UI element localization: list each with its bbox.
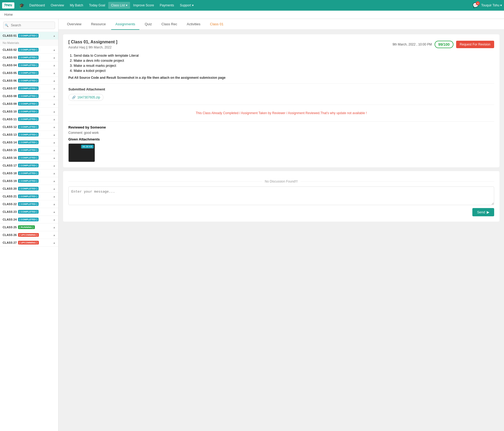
topnav-nav: DashboardOverviewMy BatchToday GoalClass… <box>27 2 473 9</box>
sidebar-item-class06[interactable]: CLASS 06 ( COMPLETED ) ▲ <box>0 77 58 85</box>
class-label: CLASS 11 <box>3 118 17 121</box>
class-item-left: CLASS 15 ( COMPLETED ) <box>3 148 39 152</box>
class-label: CLASS 05 <box>3 71 17 74</box>
class-label: CLASS 24 <box>3 218 17 221</box>
tab-classrec[interactable]: Class Rec <box>157 19 181 30</box>
sidebar-item-class19[interactable]: CLASS 19 ( COMPLETED ) ▲ <box>0 177 58 185</box>
sidebar-item-class04[interactable]: CLASS 04 ( COMPLETED ) ▲ <box>0 61 58 69</box>
sidebar-item-class27[interactable]: CLASS 27 ( UPCOMMING ) ▲ <box>0 239 58 247</box>
sidebar-classes-list: CLASS 01 ( COMPLETED ) ▲ No Materials CL… <box>0 32 58 247</box>
message-input[interactable] <box>68 187 494 205</box>
send-button[interactable]: Send ▶ <box>472 208 494 216</box>
assignment-datetime: 9th March, 2022 , 10:00 PM <box>393 43 432 46</box>
sidebar-item-class08[interactable]: CLASS 08 ( COMPLETED ) ▲ <box>0 92 58 100</box>
sidebar-item-class14[interactable]: CLASS 14 ( COMPLETED ) ▲ <box>0 139 58 146</box>
class-item-left: CLASS 22 ( COMPLETED ) <box>3 202 39 206</box>
class-status-badge: ( COMPLETED ) <box>18 125 39 129</box>
sidebar-item-class09[interactable]: CLASS 09 ( COMPLETED ) ▲ <box>0 100 58 108</box>
class-status-badge: ( COMPLETED ) <box>18 156 39 160</box>
class-status-badge: ( COMPLETED ) <box>18 94 39 98</box>
class-status-badge: ( COMPLETED ) <box>18 71 39 75</box>
task-item: Send data to Console with template Liter… <box>74 53 494 57</box>
topnav-item-todaygoal[interactable]: Today Goal <box>86 2 108 9</box>
class-status-badge: ( COMPLETED ) <box>18 210 39 214</box>
main-content: OverviewResourceAssignmentsQuizClass Rec… <box>59 19 504 431</box>
sidebar-item-class22[interactable]: CLASS 22 ( COMPLETED ) ▲ <box>0 200 58 208</box>
sidebar-item-class10[interactable]: CLASS 10 ( COMPLETED ) ▲ <box>0 108 58 115</box>
topnav-item-mybatch[interactable]: My Batch <box>67 2 86 9</box>
class-item-left: CLASS 24 ( COMPLETED ) <box>3 218 39 221</box>
class-label: CLASS 13 <box>3 133 17 136</box>
no-materials-label: No Materials <box>0 40 58 46</box>
topnav-item-classlist[interactable]: Class List ▾ <box>108 2 130 9</box>
sidebar-item-class11[interactable]: CLASS 11 ( COMPLETED ) ▲ <box>0 115 58 123</box>
reviewed-section: Reviewed by Someone Comment: good work G… <box>68 125 494 162</box>
sidebar-item-class02[interactable]: CLASS 02 ( COMPLETED ) ▲ <box>0 46 58 54</box>
request-revision-button[interactable]: Request For Revision <box>456 41 494 48</box>
tab-assignments[interactable]: Assignments <box>111 19 139 30</box>
chevron-icon: ▲ <box>53 210 56 213</box>
sidebar: CLASS 01 ( COMPLETED ) ▲ No Materials CL… <box>0 19 59 431</box>
class-label: CLASS 17 <box>3 164 17 167</box>
user-menu-button[interactable]: Touquir Tohu ▾ <box>481 3 502 7</box>
class-item-left: CLASS 25 ( RUNNING ) <box>3 225 35 229</box>
class-label: CLASS 07 <box>3 87 17 90</box>
chevron-icon: ▲ <box>53 180 56 183</box>
search-input[interactable] <box>3 22 55 29</box>
chevron-icon: ▲ <box>53 218 56 221</box>
attachment-thumbnail[interactable]: 96.38 KB <box>68 143 95 162</box>
topnav-item-improvescore[interactable]: Improve Score <box>131 2 157 9</box>
sidebar-item-class15[interactable]: CLASS 15 ( COMPLETED ) ▲ <box>0 146 58 154</box>
class-label: CLASS 02 <box>3 48 17 51</box>
class-status-badge: ( COMPLETED ) <box>18 218 39 221</box>
sidebar-item-class17[interactable]: CLASS 17 ( COMPLETED ) ▲ <box>0 162 58 169</box>
class-status-badge: ( COMPLETED ) <box>18 148 39 152</box>
sidebar-item-class07[interactable]: CLASS 07 ( COMPLETED ) ▲ <box>0 85 58 92</box>
sidebar-item-class12[interactable]: CLASS 12 ( COMPLETED ) ▲ <box>0 123 58 131</box>
class-status-badge: ( UPCOMMING ) <box>18 241 39 244</box>
sidebar-item-class20[interactable]: CLASS 20 ( COMPLETED ) ▲ <box>0 185 58 193</box>
class-status-badge: ( COMPLETED ) <box>18 102 39 106</box>
assignment-meta: Asraful Haq || 9th March, 2022 <box>68 45 117 49</box>
notification-badge: 4 <box>476 1 480 5</box>
sidebar-item-class21[interactable]: CLASS 21 ( COMPLETED ) ▲ <box>0 193 58 200</box>
chevron-icon: ▲ <box>53 56 56 59</box>
class-label: CLASS 18 <box>3 172 17 175</box>
sidebar-item-class18[interactable]: CLASS 18 ( COMPLETED ) ▲ <box>0 169 58 177</box>
sidebar-item-class01[interactable]: CLASS 01 ( COMPLETED ) ▲ <box>0 32 58 40</box>
sidebar-item-class26[interactable]: CLASS 26 ( UPCOMMING ) ▲ <box>0 231 58 239</box>
chevron-icon: ▲ <box>53 87 56 90</box>
tab-resource[interactable]: Resource <box>87 19 110 30</box>
topnav-item-dashboard[interactable]: Dashboard <box>27 2 48 9</box>
sidebar-item-class24[interactable]: CLASS 24 ( COMPLETED ) ▲ <box>0 216 58 223</box>
tab-quiz[interactable]: Quiz <box>140 19 156 30</box>
class-status-badge: ( COMPLETED ) <box>18 171 39 175</box>
class-status-badge: ( COMPLETED ) <box>18 194 39 198</box>
class-label: CLASS 26 <box>3 233 17 237</box>
topnav-item-overview[interactable]: Overview <box>48 2 67 9</box>
topnav-item-payments[interactable]: Payments <box>157 2 177 9</box>
sidebar-item-class16[interactable]: CLASS 16 ( COMPLETED ) ▲ <box>0 154 58 162</box>
notification-button[interactable]: 💬 4 <box>473 2 478 8</box>
class-item-left: CLASS 21 ( COMPLETED ) <box>3 194 39 198</box>
attachment-link[interactable]: 🔗 1647307605.zip <box>68 94 103 101</box>
class-status-badge: ( COMPLETED ) <box>18 86 39 90</box>
sidebar-item-class25[interactable]: CLASS 25 ( RUNNING ) ▲ <box>0 223 58 231</box>
tab-activities[interactable]: Activities <box>182 19 205 30</box>
class-status-badge: ( COMPLETED ) <box>18 179 39 183</box>
chevron-icon: ▲ <box>53 195 56 198</box>
sidebar-item-class03[interactable]: CLASS 03 ( COMPLETED ) ▲ <box>0 54 58 61</box>
tab-overview[interactable]: Overview <box>63 19 86 30</box>
assignment-title: [ Class 01, Assignment ] <box>68 40 117 44</box>
tab-class01ref[interactable]: Class 01 <box>206 19 228 30</box>
task-note: Put All Source Code and Result Screensho… <box>68 76 494 80</box>
sidebar-item-class05[interactable]: CLASS 05 ( COMPLETED ) ▲ <box>0 69 58 77</box>
task-list: Send data to Console with template Liter… <box>68 53 494 73</box>
topnav-item-support[interactable]: Support ▾ <box>177 2 196 9</box>
class-label: CLASS 20 <box>3 187 17 190</box>
sidebar-item-class23[interactable]: CLASS 23 ( COMPLETED ) ▲ <box>0 208 58 216</box>
class-label: CLASS 08 <box>3 94 17 98</box>
class-status-badge: ( COMPLETED ) <box>18 79 39 82</box>
chevron-icon: ▲ <box>53 118 56 121</box>
sidebar-item-class13[interactable]: CLASS 13 ( COMPLETED ) ▲ <box>0 131 58 139</box>
